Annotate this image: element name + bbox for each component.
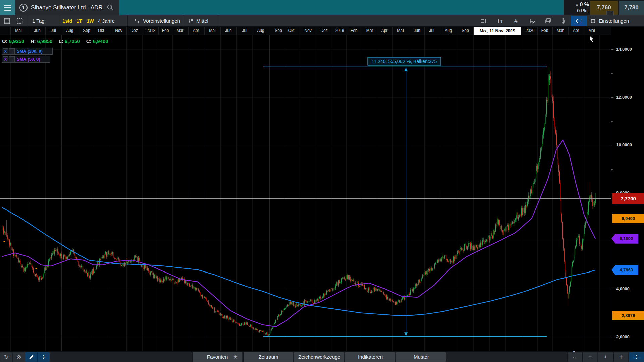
hamburger-menu-button[interactable] bbox=[0, 0, 15, 15]
chart-style-button[interactable] bbox=[556, 15, 570, 26]
layers-icon bbox=[545, 18, 551, 24]
mouse-cursor bbox=[590, 36, 594, 42]
gridlines-button[interactable]: # bbox=[508, 15, 523, 26]
compare-layers-button[interactable] bbox=[541, 15, 555, 26]
sma200-label: SMA (200, 0) bbox=[17, 49, 43, 54]
align-lines-button[interactable] bbox=[476, 15, 491, 26]
date-axis-tick bbox=[409, 27, 409, 35]
change-display: ▲0 % 0 Pkt. bbox=[564, 0, 589, 15]
layout-grid-button[interactable] bbox=[14, 15, 25, 26]
date-label: Okt bbox=[288, 28, 295, 33]
price-label: 2,0000 bbox=[616, 334, 630, 340]
sma200-remove-button[interactable]: X bbox=[3, 48, 8, 54]
timeframe-1t-button[interactable]: 1T bbox=[75, 15, 84, 26]
date-axis-tick bbox=[457, 27, 457, 35]
minus-icon: − bbox=[589, 354, 592, 360]
date-axis-tick bbox=[28, 27, 28, 35]
clear-drawings-button[interactable]: ⊘ bbox=[13, 352, 25, 362]
date-label: Feb bbox=[541, 28, 548, 33]
candlestick-icon bbox=[188, 18, 194, 24]
patterns-button[interactable]: Muster bbox=[396, 352, 446, 362]
high-label: H: bbox=[31, 38, 36, 44]
single-candle-icon bbox=[560, 18, 566, 24]
sma50-line[interactable] bbox=[2, 140, 595, 327]
sort-updown-button[interactable]: ▲▼ bbox=[38, 352, 50, 362]
zoom-in-button[interactable]: + bbox=[598, 352, 613, 362]
date-axis-tick bbox=[45, 27, 46, 35]
date-axis-tick bbox=[126, 27, 127, 35]
fit-horizontal-button[interactable]: +↔ bbox=[567, 352, 582, 362]
instrument-title-box[interactable]: 1 Sibanye Stillwater Ltd - ADR bbox=[15, 0, 119, 15]
date-label: 2018 bbox=[147, 28, 156, 33]
pointer-tool-button-selected[interactable] bbox=[571, 16, 587, 26]
drawing-tools-button[interactable]: Zeichenwerkzeuge bbox=[294, 352, 344, 362]
price-label: 10,0000 bbox=[616, 142, 632, 148]
price-label: 4,0000 bbox=[616, 286, 630, 292]
date-label: Mai bbox=[588, 28, 595, 33]
open-label: O: bbox=[2, 38, 8, 44]
sma200-legend: X _ SMA (200, 0) bbox=[2, 48, 53, 55]
date-label: Jun bbox=[225, 28, 231, 33]
text-size-button[interactable]: TT bbox=[492, 15, 507, 26]
ask-price-button[interactable]: 7,780 bbox=[619, 1, 644, 15]
sma50-legend: X _ SMA (50, 0) bbox=[2, 56, 50, 63]
window-number-badge: 1 bbox=[19, 4, 28, 12]
indicators-button[interactable]: Indikatoren bbox=[345, 352, 395, 362]
date-axis-tick bbox=[188, 27, 189, 35]
low-label: L: bbox=[59, 38, 63, 44]
date-label: Dez bbox=[130, 28, 138, 33]
news-list-button[interactable] bbox=[1, 15, 13, 26]
sma50-minimize-button[interactable]: _ bbox=[9, 56, 15, 62]
price-tick bbox=[611, 289, 613, 289]
top-bar: 1 Sibanye Stillwater Ltd - ADR ▲0 % 0 Pk… bbox=[0, 0, 644, 15]
event-marker bbox=[4, 241, 5, 242]
favorites-button[interactable]: Favoriten★ bbox=[192, 352, 242, 362]
presets-button[interactable]: Voreinstellungen bbox=[133, 15, 180, 26]
pointer-tool-icon bbox=[575, 18, 583, 24]
date-label: Aug bbox=[66, 28, 73, 33]
crosshair-button[interactable]: + bbox=[613, 352, 628, 362]
date-axis-tick bbox=[285, 27, 285, 35]
change-points: 0 Pkt. bbox=[564, 8, 589, 14]
plus-icon: + bbox=[604, 354, 607, 360]
mean-button[interactable]: Mittel bbox=[188, 15, 208, 26]
close-value: 6,9400 bbox=[93, 38, 108, 44]
timeframe-1w-button[interactable]: 1W bbox=[85, 15, 95, 26]
range-display[interactable]: 4 Jahre bbox=[98, 15, 115, 26]
price-minor-tick bbox=[611, 169, 613, 170]
timerange-button[interactable]: Zeitraum bbox=[243, 352, 293, 362]
price-axis-tag: 2,8876 bbox=[612, 311, 644, 320]
sma200-minimize-button[interactable]: _ bbox=[9, 48, 15, 54]
search-icon[interactable] bbox=[107, 4, 114, 11]
date-label: Dez bbox=[320, 28, 327, 33]
date-label: Jul bbox=[51, 28, 56, 33]
fit-vertical-icon: ▲▼ bbox=[635, 355, 639, 360]
sma50-remove-button[interactable]: X bbox=[3, 56, 8, 62]
date-label: 2020 bbox=[526, 28, 535, 33]
measure-drawing[interactable]: 11,240, 555,062 %, Balken:375 bbox=[263, 57, 547, 336]
period-display[interactable]: 1 Tag bbox=[32, 15, 44, 26]
date-label: Feb bbox=[162, 28, 169, 33]
refresh-icon: ↻ bbox=[4, 354, 9, 361]
edit-grid-button[interactable] bbox=[525, 15, 539, 26]
date-label: Jul bbox=[242, 28, 247, 33]
timeframe-1std-button[interactable]: 1std bbox=[61, 15, 74, 26]
zoom-out-button[interactable]: − bbox=[582, 352, 597, 362]
date-label: 2019 bbox=[335, 28, 344, 33]
date-label: Jul bbox=[429, 28, 434, 33]
candlestick-chart-canvas[interactable]: 11,240, 555,062 %, Balken:375 bbox=[0, 0, 644, 362]
auto-scale-button[interactable]: ▲▼ bbox=[629, 352, 644, 362]
refresh-button[interactable]: ↻ bbox=[0, 352, 12, 362]
date-axis-tick bbox=[253, 27, 253, 35]
price-axis[interactable]: 14,000012,000010,00008,00004,00002,00007… bbox=[611, 35, 644, 351]
draw-mode-button[interactable] bbox=[25, 352, 37, 362]
crosshair-icon: + bbox=[619, 353, 623, 361]
date-axis-tick bbox=[552, 27, 553, 35]
date-label: Jun bbox=[34, 28, 40, 33]
sma200-line[interactable] bbox=[2, 207, 595, 315]
date-axis-tick bbox=[362, 27, 362, 35]
price-minor-tick bbox=[611, 73, 613, 74]
change-up-icon: ▲ bbox=[575, 2, 579, 6]
date-label: Mär bbox=[177, 28, 184, 33]
settings-button[interactable]: Einstellungen bbox=[590, 15, 629, 26]
